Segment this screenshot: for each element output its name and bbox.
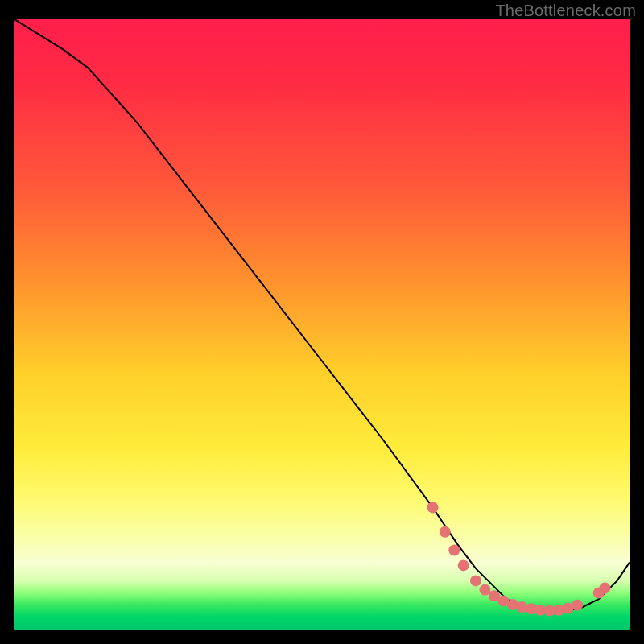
plot-area: [14, 19, 630, 630]
data-points: [427, 502, 611, 616]
attribution-label: TheBottleneck.com: [495, 2, 636, 20]
chart-overlay: [14, 19, 630, 630]
chart-stage: TheBottleneck.com: [0, 0, 644, 644]
data-point: [599, 583, 610, 594]
data-point: [458, 559, 469, 571]
data-point: [440, 526, 451, 538]
bottleneck-curve: [14, 19, 630, 611]
data-point: [448, 545, 460, 556]
data-point: [480, 584, 491, 596]
data-point: [572, 600, 583, 611]
data-point: [427, 502, 439, 513]
data-point: [470, 575, 481, 586]
